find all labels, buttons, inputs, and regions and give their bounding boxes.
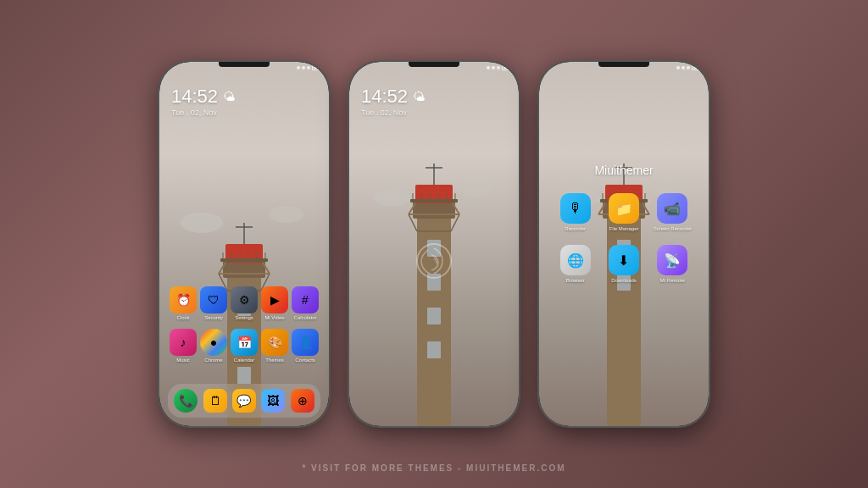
status-bar-3	[676, 65, 702, 70]
screenrecorder-icon: 📹	[657, 193, 687, 224]
calendar-label: Calendar	[234, 358, 254, 363]
app-mivideo[interactable]: ▶ Mi Video	[259, 286, 290, 320]
app-screenrecorder[interactable]: 📹 Screen Recorder	[651, 193, 693, 231]
folder-grid: 🎙 Recorder 📁 File Manager 📹 Screen Recor…	[551, 193, 697, 297]
folder-row-2: 🌐 Browser ⬇ Downloads 📡 Mi Remote	[551, 245, 697, 283]
clock-icon: ⏰	[170, 286, 197, 313]
widget-time-1: 14:52 🌤 Tue . 02, Nov	[171, 86, 235, 117]
music-label: Music	[176, 358, 190, 363]
time-display-1: 14:52	[171, 86, 218, 108]
calculator-icon: #	[292, 286, 319, 313]
app-music[interactable]: ♪ Music	[168, 329, 198, 363]
svg-point-47	[417, 244, 451, 278]
svg-rect-3	[223, 261, 265, 278]
phone-2: 14:52 🌤 Tue . 02, Nov	[349, 62, 519, 426]
svg-point-23	[373, 189, 410, 206]
fingerprint-icon	[413, 240, 455, 286]
folder-title: Miuithemer	[539, 164, 709, 177]
app-grid-1: ⏰ Clock 🛡 Security ⚙ Settings ▶ Mi Video…	[168, 286, 320, 371]
date-display-2: Tue . 02, Nov	[361, 108, 425, 117]
miremote-label: Mi Remote	[660, 278, 685, 283]
phone-3-screen: Miuithemer 🎙 Recorder 📁 File Manager 📹 S…	[539, 62, 709, 426]
weather-icon-1: 🌤	[223, 90, 235, 103]
filemanager-label: File Manager	[609, 226, 638, 231]
lighthouse-svg-2	[366, 147, 502, 426]
svg-point-1	[270, 206, 303, 223]
app-filemanager[interactable]: 📁 File Manager	[603, 193, 645, 231]
svg-point-0	[181, 213, 223, 233]
browser-icon: 🌐	[560, 245, 591, 275]
app-browser[interactable]: 🌐 Browser	[554, 245, 597, 283]
app-downloads[interactable]: ⬇ Downloads	[603, 245, 645, 283]
calculator-label: Calculator	[293, 315, 316, 320]
recorder-icon: 🎙	[560, 193, 591, 224]
chrome-icon: ●	[200, 329, 227, 356]
app-miremote[interactable]: 📡 Mi Remote	[651, 245, 693, 283]
mivideo-label: Mi Video	[264, 315, 284, 320]
app-contacts[interactable]: 👤 Contacts	[290, 329, 320, 363]
date-display-1: Tue . 02, Nov	[171, 108, 235, 117]
browser-label: Browser	[566, 278, 585, 283]
app-recorder[interactable]: 🎙 Recorder	[554, 193, 597, 231]
security-label: Security	[204, 315, 223, 320]
app-calendar[interactable]: 📅 Calendar	[229, 329, 259, 363]
weather-icon-2: 🌤	[413, 90, 425, 103]
status-bar-2	[487, 65, 512, 70]
mivideo-icon: ▶	[261, 286, 288, 313]
watermark: * VISIT FOR MORE THEMES - MIUITHEMER.COM	[302, 463, 565, 473]
dock-appstore[interactable]: ⊕	[291, 389, 314, 413]
svg-rect-34	[410, 199, 458, 202]
status-bar-1	[297, 65, 322, 70]
dock-gallery[interactable]: 🖼	[261, 389, 285, 413]
downloads-icon: ⬇	[609, 245, 639, 275]
settings-icon: ⚙	[231, 286, 258, 313]
dock-phone[interactable]: 📞	[174, 389, 198, 413]
svg-rect-31	[427, 341, 441, 358]
music-icon: ♪	[170, 329, 197, 356]
miremote-icon: 📡	[657, 245, 687, 275]
themes-icon: 🎨	[261, 329, 288, 356]
calendar-icon: 📅	[231, 329, 258, 356]
themes-label: Themes	[265, 358, 284, 363]
app-themes[interactable]: 🎨 Themes	[259, 329, 290, 363]
chrome-label: Chrome	[204, 358, 222, 363]
app-clock[interactable]: ⏰ Clock	[168, 286, 198, 320]
svg-rect-30	[427, 308, 441, 324]
svg-rect-26	[413, 202, 455, 219]
settings-label: Settings	[235, 315, 253, 320]
app-settings[interactable]: ⚙ Settings	[229, 286, 259, 320]
folder-row-1: 🎙 Recorder 📁 File Manager 📹 Screen Recor…	[551, 193, 697, 231]
time-display-2: 14:52	[361, 86, 408, 108]
app-row-2: ♪ Music ● Chrome 📅 Calendar 🎨 Themes 👤	[168, 329, 320, 363]
svg-point-24	[461, 181, 492, 197]
svg-rect-10	[220, 258, 268, 262]
clock-label: Clock	[176, 315, 189, 320]
downloads-label: Downloads	[611, 278, 637, 283]
phone-3: Miuithemer 🎙 Recorder 📁 File Manager 📹 S…	[539, 62, 709, 426]
widget-time-2: 14:52 🌤 Tue . 02, Nov	[361, 86, 425, 117]
recorder-label: Recorder	[565, 226, 586, 231]
app-calculator[interactable]: # Calculator	[290, 286, 320, 320]
app-security[interactable]: 🛡 Security	[198, 286, 229, 320]
phone-2-screen: 14:52 🌤 Tue . 02, Nov	[349, 62, 519, 426]
contacts-label: Contacts	[295, 358, 315, 363]
filemanager-icon: 📁	[609, 193, 639, 224]
phone-1-screen: 14:52 🌤 Tue . 02, Nov ⏰ Clock 🛡 Security…	[159, 62, 329, 426]
phone-1: 14:52 🌤 Tue . 02, Nov ⏰ Clock 🛡 Security…	[159, 62, 329, 426]
app-chrome[interactable]: ● Chrome	[198, 329, 229, 363]
contacts-icon: 👤	[292, 329, 319, 356]
app-row-1: ⏰ Clock 🛡 Security ⚙ Settings ▶ Mi Video…	[168, 286, 320, 320]
dock-messages[interactable]: 💬	[232, 389, 256, 413]
dock-notes[interactable]: 🗒	[203, 389, 227, 413]
dock-1: 📞 🗒 💬 🖼 ⊕	[168, 384, 320, 418]
security-icon: 🛡	[200, 286, 227, 313]
screenrecorder-label: Screen Recorder	[654, 226, 692, 231]
